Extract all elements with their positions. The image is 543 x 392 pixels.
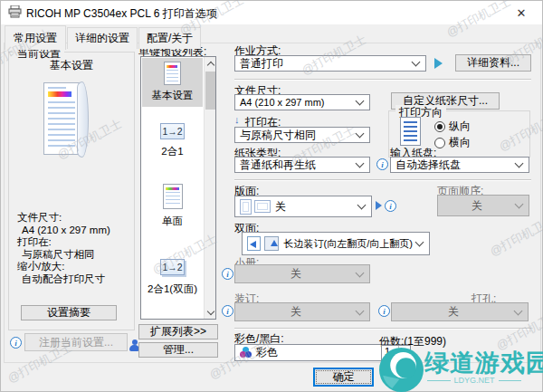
document-page-icon — [164, 62, 181, 85]
chevron-down-icon — [412, 58, 421, 67]
manage-button[interactable]: 管理... — [138, 342, 218, 358]
printer-icon — [8, 5, 22, 21]
tab-detailed-settings[interactable]: 详细的设置 — [67, 27, 138, 49]
chevron-down-icon — [356, 129, 365, 139]
chevron-down-icon — [514, 306, 523, 315]
settings-summary-button[interactable]: 设置摘要 — [21, 305, 117, 320]
preset-item-2in1[interactable]: 1→2 2合1 — [142, 123, 203, 161]
separator — [234, 79, 531, 81]
chevron-down-icon — [515, 159, 524, 168]
landscape-option[interactable]: 横向 — [434, 135, 471, 150]
info-icon[interactable] — [378, 305, 390, 317]
spin-up-icon[interactable]: ▲ — [399, 346, 410, 353]
duplex-select[interactable]: 长边装订(向左翻页/向上翻页) — [242, 232, 430, 255]
job-type-arrow-icon — [434, 58, 443, 69]
document-size-select[interactable]: A4 (210 x 297 mm) — [234, 94, 370, 110]
two-in-one-duplex-icon: 1→2 — [160, 259, 185, 275]
input-tray-select[interactable]: 自动选择纸盘 — [390, 157, 529, 173]
copies-value[interactable]: 1 — [382, 346, 398, 359]
color-circles-icon — [240, 347, 252, 359]
close-icon[interactable]: ✕ — [511, 5, 531, 21]
separator — [234, 328, 531, 330]
arrow-down-icon: ↓ — [234, 114, 240, 125]
chevron-down-icon — [515, 200, 524, 209]
scroll-down-icon[interactable] — [205, 305, 216, 319]
ldyg-logo-subtitle: LDYG.NET — [427, 376, 521, 385]
info-icon[interactable] — [222, 268, 233, 280]
portrait-option[interactable]: 纵向 — [434, 119, 471, 134]
tab-config-about[interactable]: 配置/关于 — [138, 27, 201, 49]
scroll-up-icon[interactable] — [205, 57, 216, 71]
open-to-top-icon — [264, 236, 279, 251]
document-preview — [43, 82, 83, 155]
rainbow-bar — [48, 91, 71, 97]
portrait-page-icon — [400, 117, 421, 146]
landscape-thumb-icon — [254, 200, 271, 213]
staple-select: 关 — [234, 302, 370, 321]
chevron-down-icon — [356, 306, 365, 315]
copies-stepper[interactable]: 1 ▲▼ — [381, 345, 411, 360]
preset-item-2in1-duplex[interactable]: 1→2 2合1(双面) — [142, 259, 203, 301]
info-icon[interactable] — [10, 337, 22, 349]
chevron-down-icon — [356, 159, 365, 168]
open-to-left-icon — [247, 236, 261, 251]
portrait-thumb-icon — [240, 199, 252, 215]
preset-item-basic[interactable]: 基本设置 — [142, 58, 203, 107]
two-in-one-icon: 1→2 — [160, 123, 185, 139]
tab-strip: 常用设置 详细的设置 配置/关于 — [5, 25, 202, 49]
punch-select: 关 — [391, 302, 529, 321]
layout-arrow-icon — [376, 201, 382, 210]
job-type-select[interactable]: 普通打印 — [234, 55, 426, 72]
preset-listbox[interactable]: 基本设置 1→2 2合1 单面 1→2 2合1(双面) — [140, 56, 216, 320]
chevron-down-icon — [356, 97, 365, 106]
ldyg-logo-title: 绿道游戏园 — [424, 347, 543, 379]
current-preset-name: 基本设置 — [8, 58, 135, 73]
details-button[interactable]: 详细资料... — [455, 54, 531, 72]
register-current-settings-button: 注册当前设置... — [24, 333, 128, 351]
portrait-radio[interactable] — [434, 121, 445, 132]
info-icon[interactable] — [222, 305, 233, 317]
document-page-icon — [163, 184, 183, 209]
preset-list-scrollbar[interactable] — [204, 57, 215, 319]
chevron-down-icon — [415, 238, 424, 247]
page-order-select: 关 — [437, 195, 529, 216]
ok-button[interactable]: 确定 — [313, 368, 374, 387]
settings-summary-text: 文件尺寸: A4 (210 x 297 mm) 打印在: 与原稿尺寸相同 缩小/… — [17, 212, 110, 285]
window-title: RICOH MP C3504ex PCL 6 打印首选项 — [26, 6, 217, 22]
title-bar: RICOH MP C3504ex PCL 6 打印首选项 ✕ — [1, 1, 542, 24]
print-preferences-dialog: RICOH MP C3504ex PCL 6 打印首选项 ✕ 常用设置 详细的设… — [0, 0, 543, 392]
paper-type-select[interactable]: 普通纸和再生纸 — [234, 157, 370, 173]
info-icon[interactable] — [385, 200, 396, 212]
expand-list-button[interactable]: 扩展列表>> — [138, 324, 218, 339]
print-on-select[interactable]: 与原稿尺寸相同 — [234, 127, 370, 143]
chevron-down-icon — [357, 201, 367, 210]
info-icon[interactable] — [376, 158, 388, 170]
preset-item-simplex[interactable]: 单面 — [142, 184, 203, 232]
chevron-down-icon — [356, 268, 365, 277]
booklet-select: 关 — [234, 264, 370, 283]
tab-common-settings[interactable]: 常用设置 — [5, 25, 66, 50]
scrollbar-thumb[interactable] — [205, 72, 215, 110]
spin-down-icon[interactable]: ▼ — [399, 353, 410, 360]
separator — [234, 179, 531, 181]
layout-select[interactable]: 关 — [234, 196, 372, 217]
